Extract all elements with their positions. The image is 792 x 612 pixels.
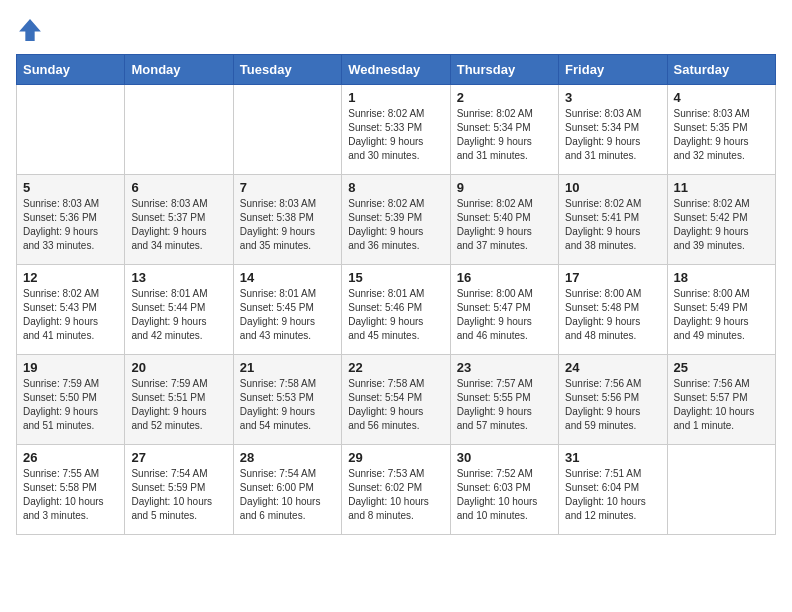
calendar-week-row: 26Sunrise: 7:55 AM Sunset: 5:58 PM Dayli… xyxy=(17,445,776,535)
day-info: Sunrise: 8:00 AM Sunset: 5:47 PM Dayligh… xyxy=(457,287,552,343)
day-info: Sunrise: 8:03 AM Sunset: 5:38 PM Dayligh… xyxy=(240,197,335,253)
calendar-cell: 21Sunrise: 7:58 AM Sunset: 5:53 PM Dayli… xyxy=(233,355,341,445)
day-info: Sunrise: 8:02 AM Sunset: 5:39 PM Dayligh… xyxy=(348,197,443,253)
calendar-cell: 10Sunrise: 8:02 AM Sunset: 5:41 PM Dayli… xyxy=(559,175,667,265)
day-info: Sunrise: 7:52 AM Sunset: 6:03 PM Dayligh… xyxy=(457,467,552,523)
calendar-cell: 18Sunrise: 8:00 AM Sunset: 5:49 PM Dayli… xyxy=(667,265,775,355)
calendar-cell: 5Sunrise: 8:03 AM Sunset: 5:36 PM Daylig… xyxy=(17,175,125,265)
day-number: 6 xyxy=(131,180,226,195)
calendar-week-row: 12Sunrise: 8:02 AM Sunset: 5:43 PM Dayli… xyxy=(17,265,776,355)
day-number: 5 xyxy=(23,180,118,195)
day-number: 31 xyxy=(565,450,660,465)
calendar-table: SundayMondayTuesdayWednesdayThursdayFrid… xyxy=(16,54,776,535)
calendar-cell: 12Sunrise: 8:02 AM Sunset: 5:43 PM Dayli… xyxy=(17,265,125,355)
calendar-header-thursday: Thursday xyxy=(450,55,558,85)
calendar-cell: 19Sunrise: 7:59 AM Sunset: 5:50 PM Dayli… xyxy=(17,355,125,445)
page-header xyxy=(16,16,776,44)
day-number: 3 xyxy=(565,90,660,105)
day-info: Sunrise: 7:51 AM Sunset: 6:04 PM Dayligh… xyxy=(565,467,660,523)
day-number: 9 xyxy=(457,180,552,195)
calendar-header-row: SundayMondayTuesdayWednesdayThursdayFrid… xyxy=(17,55,776,85)
day-number: 27 xyxy=(131,450,226,465)
day-info: Sunrise: 8:01 AM Sunset: 5:44 PM Dayligh… xyxy=(131,287,226,343)
day-info: Sunrise: 7:54 AM Sunset: 6:00 PM Dayligh… xyxy=(240,467,335,523)
day-number: 29 xyxy=(348,450,443,465)
day-number: 12 xyxy=(23,270,118,285)
calendar-cell xyxy=(125,85,233,175)
day-info: Sunrise: 8:00 AM Sunset: 5:49 PM Dayligh… xyxy=(674,287,769,343)
day-info: Sunrise: 7:58 AM Sunset: 5:53 PM Dayligh… xyxy=(240,377,335,433)
day-number: 18 xyxy=(674,270,769,285)
day-number: 30 xyxy=(457,450,552,465)
day-number: 28 xyxy=(240,450,335,465)
calendar-cell: 23Sunrise: 7:57 AM Sunset: 5:55 PM Dayli… xyxy=(450,355,558,445)
calendar-cell: 3Sunrise: 8:03 AM Sunset: 5:34 PM Daylig… xyxy=(559,85,667,175)
day-number: 7 xyxy=(240,180,335,195)
day-info: Sunrise: 8:00 AM Sunset: 5:48 PM Dayligh… xyxy=(565,287,660,343)
calendar-header-sunday: Sunday xyxy=(17,55,125,85)
calendar-cell xyxy=(17,85,125,175)
calendar-cell: 28Sunrise: 7:54 AM Sunset: 6:00 PM Dayli… xyxy=(233,445,341,535)
calendar-header-tuesday: Tuesday xyxy=(233,55,341,85)
day-number: 24 xyxy=(565,360,660,375)
day-info: Sunrise: 8:02 AM Sunset: 5:42 PM Dayligh… xyxy=(674,197,769,253)
day-info: Sunrise: 7:56 AM Sunset: 5:57 PM Dayligh… xyxy=(674,377,769,433)
calendar-cell: 9Sunrise: 8:02 AM Sunset: 5:40 PM Daylig… xyxy=(450,175,558,265)
day-info: Sunrise: 7:54 AM Sunset: 5:59 PM Dayligh… xyxy=(131,467,226,523)
day-info: Sunrise: 8:02 AM Sunset: 5:40 PM Dayligh… xyxy=(457,197,552,253)
svg-marker-1 xyxy=(19,19,41,41)
day-info: Sunrise: 8:03 AM Sunset: 5:35 PM Dayligh… xyxy=(674,107,769,163)
day-number: 23 xyxy=(457,360,552,375)
day-number: 8 xyxy=(348,180,443,195)
day-info: Sunrise: 7:59 AM Sunset: 5:51 PM Dayligh… xyxy=(131,377,226,433)
day-number: 22 xyxy=(348,360,443,375)
day-info: Sunrise: 7:58 AM Sunset: 5:54 PM Dayligh… xyxy=(348,377,443,433)
calendar-cell: 2Sunrise: 8:02 AM Sunset: 5:34 PM Daylig… xyxy=(450,85,558,175)
day-info: Sunrise: 8:02 AM Sunset: 5:43 PM Dayligh… xyxy=(23,287,118,343)
day-info: Sunrise: 7:55 AM Sunset: 5:58 PM Dayligh… xyxy=(23,467,118,523)
calendar-cell: 24Sunrise: 7:56 AM Sunset: 5:56 PM Dayli… xyxy=(559,355,667,445)
day-number: 1 xyxy=(348,90,443,105)
calendar-week-row: 19Sunrise: 7:59 AM Sunset: 5:50 PM Dayli… xyxy=(17,355,776,445)
day-info: Sunrise: 8:03 AM Sunset: 5:36 PM Dayligh… xyxy=(23,197,118,253)
day-number: 17 xyxy=(565,270,660,285)
calendar-cell xyxy=(233,85,341,175)
calendar-header-saturday: Saturday xyxy=(667,55,775,85)
day-number: 16 xyxy=(457,270,552,285)
day-number: 13 xyxy=(131,270,226,285)
calendar-cell: 4Sunrise: 8:03 AM Sunset: 5:35 PM Daylig… xyxy=(667,85,775,175)
logo-icon xyxy=(16,16,44,44)
calendar-header-friday: Friday xyxy=(559,55,667,85)
calendar-cell: 8Sunrise: 8:02 AM Sunset: 5:39 PM Daylig… xyxy=(342,175,450,265)
day-number: 26 xyxy=(23,450,118,465)
day-info: Sunrise: 7:59 AM Sunset: 5:50 PM Dayligh… xyxy=(23,377,118,433)
calendar-cell: 27Sunrise: 7:54 AM Sunset: 5:59 PM Dayli… xyxy=(125,445,233,535)
calendar-week-row: 1Sunrise: 8:02 AM Sunset: 5:33 PM Daylig… xyxy=(17,85,776,175)
day-number: 15 xyxy=(348,270,443,285)
calendar-cell: 25Sunrise: 7:56 AM Sunset: 5:57 PM Dayli… xyxy=(667,355,775,445)
day-number: 14 xyxy=(240,270,335,285)
day-info: Sunrise: 8:03 AM Sunset: 5:34 PM Dayligh… xyxy=(565,107,660,163)
calendar-cell: 22Sunrise: 7:58 AM Sunset: 5:54 PM Dayli… xyxy=(342,355,450,445)
calendar-header-monday: Monday xyxy=(125,55,233,85)
calendar-cell: 30Sunrise: 7:52 AM Sunset: 6:03 PM Dayli… xyxy=(450,445,558,535)
calendar-cell: 14Sunrise: 8:01 AM Sunset: 5:45 PM Dayli… xyxy=(233,265,341,355)
calendar-cell: 11Sunrise: 8:02 AM Sunset: 5:42 PM Dayli… xyxy=(667,175,775,265)
day-number: 10 xyxy=(565,180,660,195)
calendar-cell: 15Sunrise: 8:01 AM Sunset: 5:46 PM Dayli… xyxy=(342,265,450,355)
day-number: 21 xyxy=(240,360,335,375)
day-info: Sunrise: 7:56 AM Sunset: 5:56 PM Dayligh… xyxy=(565,377,660,433)
calendar-cell: 7Sunrise: 8:03 AM Sunset: 5:38 PM Daylig… xyxy=(233,175,341,265)
day-number: 20 xyxy=(131,360,226,375)
day-info: Sunrise: 8:02 AM Sunset: 5:41 PM Dayligh… xyxy=(565,197,660,253)
day-info: Sunrise: 8:02 AM Sunset: 5:33 PM Dayligh… xyxy=(348,107,443,163)
day-info: Sunrise: 8:03 AM Sunset: 5:37 PM Dayligh… xyxy=(131,197,226,253)
calendar-cell: 16Sunrise: 8:00 AM Sunset: 5:47 PM Dayli… xyxy=(450,265,558,355)
day-number: 2 xyxy=(457,90,552,105)
day-number: 4 xyxy=(674,90,769,105)
day-info: Sunrise: 8:01 AM Sunset: 5:46 PM Dayligh… xyxy=(348,287,443,343)
day-info: Sunrise: 8:02 AM Sunset: 5:34 PM Dayligh… xyxy=(457,107,552,163)
calendar-cell: 1Sunrise: 8:02 AM Sunset: 5:33 PM Daylig… xyxy=(342,85,450,175)
logo xyxy=(16,16,48,44)
calendar-cell: 31Sunrise: 7:51 AM Sunset: 6:04 PM Dayli… xyxy=(559,445,667,535)
